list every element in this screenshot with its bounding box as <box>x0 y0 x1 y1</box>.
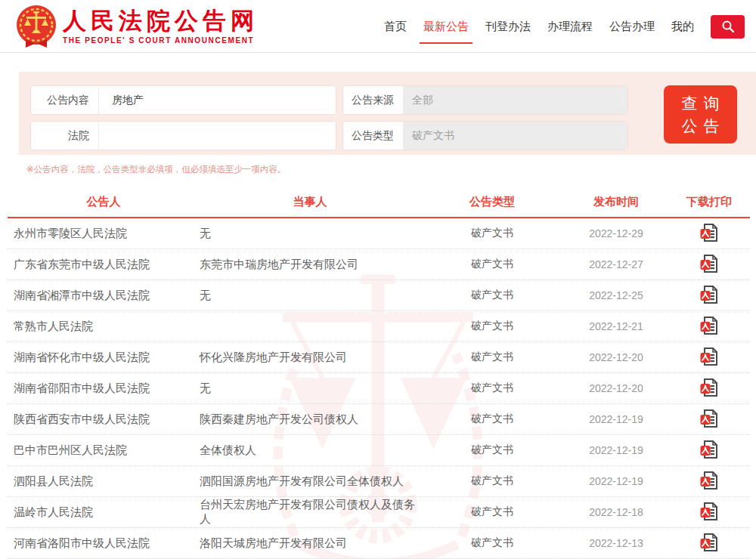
nav-item-publishing-methods[interactable]: 刊登办法 <box>485 16 531 38</box>
query-announcements-button[interactable]: 查询 公告 <box>664 85 737 144</box>
pdf-download-button[interactable] <box>700 316 719 335</box>
pdf-file-icon <box>700 471 719 490</box>
table-row: 永州市零陵区人民法院 无 破产文书 2022-12-29 <box>8 218 750 249</box>
publish-date: 2022-12-27 <box>564 258 668 270</box>
publish-date: 2022-12-29 <box>564 227 668 239</box>
announcement-type: 破产文书 <box>420 474 564 488</box>
query-button-line2: 公告 <box>676 115 726 137</box>
download-print-cell <box>668 533 750 554</box>
pdf-file-icon <box>700 378 719 397</box>
nav-item-latest-announcements[interactable]: 最新公告 <box>423 16 469 38</box>
site-header: 人民法院公告网 THE PEOPLE' S COURT ANNOUNCEMENT… <box>0 0 756 53</box>
publish-date: 2022-12-20 <box>564 382 668 394</box>
pdf-file-icon <box>700 502 719 521</box>
nav-item-process[interactable]: 办理流程 <box>547 16 593 38</box>
announcement-type: 破产文书 <box>420 443 564 457</box>
announcement-content-label: 公告内容 <box>31 86 99 114</box>
court-name: 湖南省邵阳市中级人民法院 <box>8 381 200 396</box>
logo-text: 人民法院公告网 THE PEOPLE' S COURT ANNOUNCEMENT <box>63 5 259 45</box>
court-emblem-icon <box>15 5 57 50</box>
court-input[interactable] <box>99 122 336 150</box>
pdf-download-button[interactable] <box>700 440 719 459</box>
nav-item-home[interactable]: 首页 <box>384 16 407 38</box>
table-row: 湖南省怀化市中级人民法院 怀化兴隆房地产开发有限公司 破产文书 2022-12-… <box>8 342 750 373</box>
announcement-type: 破产文书 <box>420 320 564 333</box>
court-label: 法院 <box>31 122 99 150</box>
court-name: 陕西省西安市中级人民法院 <box>8 412 200 427</box>
field-announcement-type: 公告类型 <box>342 121 628 150</box>
pdf-download-button[interactable] <box>700 533 719 552</box>
court-name: 温岭市人民法院 <box>8 505 200 520</box>
pdf-file-icon <box>700 316 719 335</box>
pdf-download-button[interactable] <box>700 223 719 242</box>
announcement-type: 破产文书 <box>420 351 564 364</box>
pdf-download-button[interactable] <box>700 502 719 521</box>
announcement-source-select[interactable] <box>403 86 627 114</box>
table-header-row: 公告人 当事人 公告类型 发布时间 下载打印 <box>8 187 750 218</box>
download-print-cell <box>668 378 750 400</box>
table-row: 温岭市人民法院 台州天宏房地产开发有限公司债权人及债务人 破产文书 2022-1… <box>8 497 750 528</box>
table-row: 巴中市巴州区人民法院 全体债权人 破产文书 2022-12-19 <box>8 435 750 466</box>
pdf-download-button[interactable] <box>700 409 719 428</box>
announcement-source-label: 公告来源 <box>343 86 403 114</box>
pdf-download-button[interactable] <box>700 285 719 304</box>
download-print-cell <box>668 347 750 369</box>
announcement-type: 破产文书 <box>420 505 564 519</box>
announcement-type: 破产文书 <box>420 258 564 271</box>
field-court: 法院 <box>30 121 336 150</box>
announcement-type: 破产文书 <box>420 536 564 550</box>
publish-date: 2022-12-21 <box>564 320 668 332</box>
page: 人民法院公告网 THE PEOPLE' S COURT ANNOUNCEMENT… <box>0 0 756 559</box>
announcement-type: 破产文书 <box>420 412 564 426</box>
pdf-download-button[interactable] <box>700 254 719 273</box>
court-name: 泗阳县人民法院 <box>8 474 200 489</box>
field-announcement-source: 公告来源 <box>342 85 628 115</box>
announcement-type: 破产文书 <box>420 381 564 395</box>
nav-item-my[interactable]: 我的 <box>671 16 694 38</box>
party-name: 无 <box>200 381 420 396</box>
column-header-download-print: 下载打印 <box>668 195 750 209</box>
court-name: 河南省洛阳市中级人民法院 <box>8 536 200 551</box>
pdf-download-button[interactable] <box>700 471 719 490</box>
party-name: 全体债权人 <box>200 443 420 458</box>
party-name: 陕西秦建房地产开发公司债权人 <box>200 412 420 427</box>
download-print-cell <box>668 471 750 493</box>
publish-date: 2022-12-18 <box>564 506 668 518</box>
announcement-table: 公告人 当事人 公告类型 发布时间 下载打印 永州市零陵区人民法院 无 破产文书… <box>8 187 750 559</box>
pdf-file-icon <box>700 409 719 428</box>
nav-item-announcement-handling[interactable]: 公告办理 <box>609 16 655 38</box>
announcement-content-input[interactable] <box>99 86 336 114</box>
party-name: 东莞市中瑞房地产开发有限公司 <box>200 258 420 272</box>
publish-date: 2022-12-25 <box>564 289 668 301</box>
header-search-button[interactable] <box>711 15 745 39</box>
publish-date: 2022-12-20 <box>564 351 668 363</box>
pdf-file-icon <box>700 223 719 242</box>
party-name: 洛阳天城房地产开发有限公司 <box>200 536 420 551</box>
site-title: 人民法院公告网 <box>63 8 259 34</box>
pdf-file-icon <box>700 285 719 304</box>
party-name: 无 <box>200 289 420 303</box>
download-print-cell <box>668 502 750 523</box>
pdf-file-icon <box>700 254 719 273</box>
publish-date: 2022-12-19 <box>564 444 668 456</box>
party-name: 泗阳国源房地产开发有限公司全体债权人 <box>200 474 420 489</box>
site-subtitle: THE PEOPLE' S COURT ANNOUNCEMENT <box>63 36 259 45</box>
download-print-cell <box>668 440 750 462</box>
download-print-cell <box>668 223 750 245</box>
court-name: 湖南省湘潭市中级人民法院 <box>8 289 200 303</box>
download-print-cell <box>668 409 750 431</box>
announcement-type-select[interactable] <box>403 122 627 150</box>
download-print-cell <box>668 254 750 276</box>
announcement-type: 破产文书 <box>420 227 564 240</box>
publish-date: 2022-12-13 <box>564 537 668 549</box>
publish-date: 2022-12-19 <box>564 475 668 487</box>
table-row: 泗阳县人民法院 泗阳国源房地产开发有限公司全体债权人 破产文书 2022-12-… <box>8 466 750 497</box>
announcement-search-panel: 公告内容 法院 公告来源 公告类型 查询 公告 <box>19 72 756 155</box>
table-row: 湖南省湘潭市中级人民法院 无 破产文书 2022-12-25 <box>8 280 750 311</box>
court-name: 广东省东莞市中级人民法院 <box>8 258 200 272</box>
pdf-download-button[interactable] <box>700 347 719 366</box>
pdf-download-button[interactable] <box>700 378 719 397</box>
query-button-line1: 查询 <box>676 92 726 115</box>
site-logo[interactable]: 人民法院公告网 THE PEOPLE' S COURT ANNOUNCEMENT <box>15 5 259 50</box>
main-nav: 首页 最新公告 刊登办法 办理流程 公告办理 我的 <box>384 0 745 53</box>
